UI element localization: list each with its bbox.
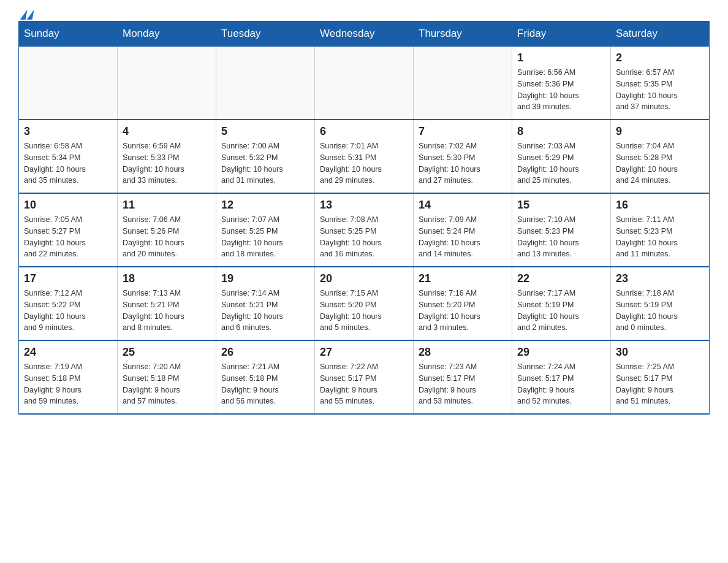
calendar-cell: 4Sunrise: 6:59 AM Sunset: 5:33 PM Daylig… [118,120,216,193]
calendar-cell: 22Sunrise: 7:17 AM Sunset: 5:19 PM Dayli… [512,267,611,340]
day-info: Sunrise: 7:13 AM Sunset: 5:21 PM Dayligh… [123,288,211,334]
day-info: Sunrise: 7:05 AM Sunset: 5:27 PM Dayligh… [24,214,112,260]
day-info: Sunrise: 7:23 AM Sunset: 5:17 PM Dayligh… [419,361,507,407]
calendar-cell: 12Sunrise: 7:07 AM Sunset: 5:25 PM Dayli… [216,193,315,267]
calendar-cell: 13Sunrise: 7:08 AM Sunset: 5:25 PM Dayli… [315,193,414,267]
day-number: 4 [123,125,211,138]
calendar-cell: 16Sunrise: 7:11 AM Sunset: 5:23 PM Dayli… [611,193,710,267]
calendar-cell: 9Sunrise: 7:04 AM Sunset: 5:28 PM Daylig… [611,120,710,193]
calendar-cell: 14Sunrise: 7:09 AM Sunset: 5:24 PM Dayli… [414,193,512,267]
calendar-cell: 15Sunrise: 7:10 AM Sunset: 5:23 PM Dayli… [512,193,611,267]
calendar-cell: 5Sunrise: 7:00 AM Sunset: 5:32 PM Daylig… [216,120,315,193]
weekday-header-monday: Monday [118,21,216,47]
calendar-cell: 7Sunrise: 7:02 AM Sunset: 5:30 PM Daylig… [414,120,512,193]
day-number: 30 [616,346,704,359]
day-number: 24 [24,346,112,359]
day-number: 5 [221,125,309,138]
day-info: Sunrise: 7:19 AM Sunset: 5:18 PM Dayligh… [24,361,112,407]
page-header [18,12,710,15]
calendar-cell: 18Sunrise: 7:13 AM Sunset: 5:21 PM Dayli… [118,267,216,340]
day-number: 23 [616,272,704,285]
day-info: Sunrise: 7:06 AM Sunset: 5:26 PM Dayligh… [123,214,211,260]
weekday-header-tuesday: Tuesday [216,21,315,47]
calendar-cell: 17Sunrise: 7:12 AM Sunset: 5:22 PM Dayli… [19,267,118,340]
calendar-cell: 26Sunrise: 7:21 AM Sunset: 5:18 PM Dayli… [216,340,315,414]
day-number: 9 [616,125,704,138]
calendar-cell [118,47,216,120]
day-info: Sunrise: 7:15 AM Sunset: 5:20 PM Dayligh… [320,288,408,334]
day-number: 25 [123,346,211,359]
weekday-header-thursday: Thursday [414,21,512,47]
calendar-cell: 11Sunrise: 7:06 AM Sunset: 5:26 PM Dayli… [118,193,216,267]
day-info: Sunrise: 7:24 AM Sunset: 5:17 PM Dayligh… [517,361,605,407]
day-info: Sunrise: 7:21 AM Sunset: 5:18 PM Dayligh… [221,361,309,407]
day-number: 11 [123,199,211,212]
calendar-cell: 25Sunrise: 7:20 AM Sunset: 5:18 PM Dayli… [118,340,216,414]
day-info: Sunrise: 7:18 AM Sunset: 5:19 PM Dayligh… [616,288,704,334]
day-number: 16 [616,199,704,212]
calendar-cell: 1Sunrise: 6:56 AM Sunset: 5:36 PM Daylig… [512,47,611,120]
calendar-week-5: 24Sunrise: 7:19 AM Sunset: 5:18 PM Dayli… [19,340,710,414]
calendar-cell: 27Sunrise: 7:22 AM Sunset: 5:17 PM Dayli… [315,340,414,414]
day-info: Sunrise: 7:02 AM Sunset: 5:30 PM Dayligh… [419,140,507,186]
day-number: 20 [320,272,408,285]
day-info: Sunrise: 7:08 AM Sunset: 5:25 PM Dayligh… [320,214,408,260]
day-number: 3 [24,125,112,138]
day-number: 28 [419,346,507,359]
day-number: 18 [123,272,211,285]
calendar-cell: 3Sunrise: 6:58 AM Sunset: 5:34 PM Daylig… [19,120,118,193]
calendar-cell: 30Sunrise: 7:25 AM Sunset: 5:17 PM Dayli… [611,340,710,414]
calendar-cell [19,47,118,120]
day-number: 12 [221,199,309,212]
day-number: 29 [517,346,605,359]
day-info: Sunrise: 7:12 AM Sunset: 5:22 PM Dayligh… [24,288,112,334]
calendar-cell [315,47,414,120]
day-info: Sunrise: 6:56 AM Sunset: 5:36 PM Dayligh… [517,67,605,113]
calendar-week-1: 1Sunrise: 6:56 AM Sunset: 5:36 PM Daylig… [19,47,710,120]
day-number: 2 [616,52,704,64]
calendar-cell: 29Sunrise: 7:24 AM Sunset: 5:17 PM Dayli… [512,340,611,414]
calendar-week-3: 10Sunrise: 7:05 AM Sunset: 5:27 PM Dayli… [19,193,710,267]
weekday-header-friday: Friday [512,21,611,47]
calendar-header-row: SundayMondayTuesdayWednesdayThursdayFrid… [19,21,710,47]
day-number: 22 [517,272,605,285]
day-number: 14 [419,199,507,212]
day-info: Sunrise: 7:04 AM Sunset: 5:28 PM Dayligh… [616,140,704,186]
day-info: Sunrise: 7:03 AM Sunset: 5:29 PM Dayligh… [517,140,605,186]
day-info: Sunrise: 7:11 AM Sunset: 5:23 PM Dayligh… [616,214,704,260]
weekday-header-sunday: Sunday [19,21,118,47]
day-number: 1 [517,52,605,64]
calendar-cell [414,47,512,120]
calendar-cell: 6Sunrise: 7:01 AM Sunset: 5:31 PM Daylig… [315,120,414,193]
day-info: Sunrise: 7:14 AM Sunset: 5:21 PM Dayligh… [221,288,309,334]
calendar-cell: 10Sunrise: 7:05 AM Sunset: 5:27 PM Dayli… [19,193,118,267]
day-info: Sunrise: 7:07 AM Sunset: 5:25 PM Dayligh… [221,214,309,260]
day-info: Sunrise: 6:58 AM Sunset: 5:34 PM Dayligh… [24,140,112,186]
day-number: 13 [320,199,408,212]
day-info: Sunrise: 6:57 AM Sunset: 5:35 PM Dayligh… [616,67,704,113]
day-number: 10 [24,199,112,212]
day-info: Sunrise: 7:01 AM Sunset: 5:31 PM Dayligh… [320,140,408,186]
day-number: 17 [24,272,112,285]
day-info: Sunrise: 7:25 AM Sunset: 5:17 PM Dayligh… [616,361,704,407]
day-number: 21 [419,272,507,285]
calendar-table: SundayMondayTuesdayWednesdayThursdayFrid… [18,21,710,415]
weekday-header-wednesday: Wednesday [315,21,414,47]
day-info: Sunrise: 7:17 AM Sunset: 5:19 PM Dayligh… [517,288,605,334]
day-info: Sunrise: 7:10 AM Sunset: 5:23 PM Dayligh… [517,214,605,260]
calendar-cell [216,47,315,120]
day-number: 6 [320,125,408,138]
day-info: Sunrise: 7:09 AM Sunset: 5:24 PM Dayligh… [419,214,507,260]
day-info: Sunrise: 7:20 AM Sunset: 5:18 PM Dayligh… [123,361,211,407]
calendar-cell: 19Sunrise: 7:14 AM Sunset: 5:21 PM Dayli… [216,267,315,340]
logo [18,12,33,15]
day-info: Sunrise: 7:22 AM Sunset: 5:17 PM Dayligh… [320,361,408,407]
weekday-header-saturday: Saturday [611,21,710,47]
day-number: 15 [517,199,605,212]
calendar-cell: 24Sunrise: 7:19 AM Sunset: 5:18 PM Dayli… [19,340,118,414]
day-number: 7 [419,125,507,138]
day-number: 26 [221,346,309,359]
day-info: Sunrise: 7:16 AM Sunset: 5:20 PM Dayligh… [419,288,507,334]
calendar-cell: 8Sunrise: 7:03 AM Sunset: 5:29 PM Daylig… [512,120,611,193]
calendar-cell: 2Sunrise: 6:57 AM Sunset: 5:35 PM Daylig… [611,47,710,120]
